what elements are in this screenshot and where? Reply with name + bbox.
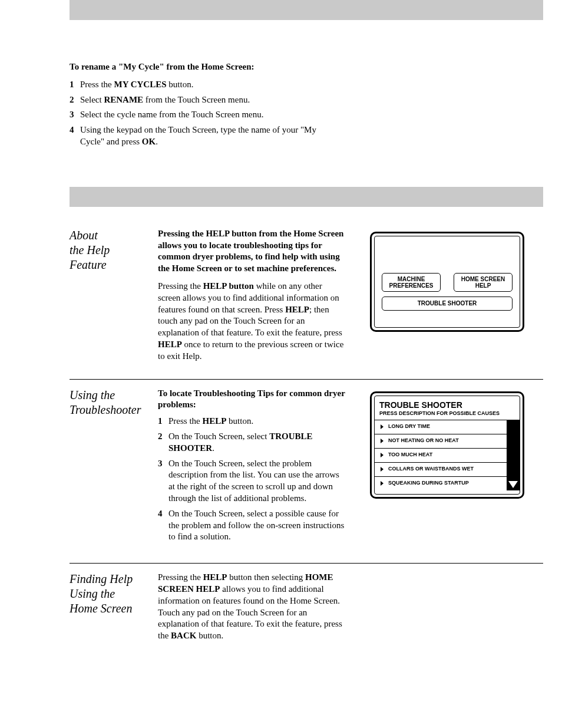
ts-item[interactable]: LONG DRY TIME <box>375 420 520 434</box>
trouble-shooter-screen: TROUBLE SHOOTER PRESS DESCRIPTION FOR PO… <box>370 391 524 499</box>
sidehead-using-ts: Using theTroubleshooter <box>70 388 158 547</box>
step-number: 3 <box>158 458 168 505</box>
step-body: On the Touch Screen, select TROUBLE SHOO… <box>168 431 346 454</box>
ts-list: LONG DRY TIME NOT HEATING OR NO HEAT TOO… <box>375 420 520 490</box>
caret-right-icon <box>381 439 384 443</box>
ts-item[interactable]: TOO MUCH HEAT <box>375 448 520 462</box>
step-number: 2 <box>70 94 80 106</box>
ts-item[interactable]: SQUEAKING DURING STARTUP <box>375 476 520 490</box>
finding-help-p: Pressing the HELP button then selecting … <box>158 572 346 642</box>
step-body: Press the MY CYCLES button. <box>80 79 335 91</box>
step-body: Using the keypad on the Touch Screen, ty… <box>80 124 335 148</box>
mid-gray-bar <box>70 187 543 207</box>
sidehead-finding-help: Finding HelpUsing theHome Screen <box>70 572 158 642</box>
ts-title: TROUBLE SHOOTER <box>375 400 520 410</box>
help-menu-screen: MACHINE PREFERENCES HOME SCREEN HELP TRO… <box>370 232 524 332</box>
about-help-p1: Pressing the HELP button from the Home S… <box>158 228 346 275</box>
step-body: On the Touch Screen, select the problem … <box>168 458 346 505</box>
sidehead-about-help: Aboutthe HelpFeature <box>70 228 158 363</box>
rename-heading: To rename a "My Cycle" from the Home Scr… <box>70 61 335 73</box>
about-help-p2: Pressing the HELP button while on any ot… <box>158 281 346 363</box>
rename-steps: 1Press the MY CYCLES button. 2Select REN… <box>70 79 335 148</box>
using-ts-heading: To locate Troubleshooting Tips for commo… <box>158 388 346 411</box>
step-number: 2 <box>158 431 168 454</box>
finding-help-row: Finding HelpUsing theHome Screen Pressin… <box>70 563 543 642</box>
caret-right-icon <box>381 467 384 472</box>
caret-right-icon <box>381 424 384 429</box>
step-number: 1 <box>158 416 168 427</box>
step-body: Press the HELP button. <box>168 416 346 427</box>
ts-item[interactable]: COLLARS OR WAISTBANDS WET <box>375 462 520 476</box>
using-ts-text: To locate Troubleshooting Tips for commo… <box>158 388 346 547</box>
step-number: 1 <box>70 79 80 91</box>
trouble-shooter-button[interactable]: TROUBLE SHOOTER <box>382 297 513 311</box>
scroll-down-icon[interactable] <box>508 481 518 488</box>
step-body: Select the cycle name from the Touch Scr… <box>80 109 335 121</box>
caret-right-icon <box>381 481 384 486</box>
step-number: 3 <box>70 109 80 121</box>
caret-right-icon <box>381 453 384 457</box>
using-ts-row: Using theTroubleshooter To locate Troubl… <box>70 379 543 547</box>
ts-item[interactable]: NOT HEATING OR NO HEAT <box>375 434 520 448</box>
step-number: 4 <box>70 124 80 148</box>
step-body: On the Touch Screen, select a possible c… <box>168 508 346 543</box>
step-number: 4 <box>158 508 168 543</box>
machine-preferences-button[interactable]: MACHINE PREFERENCES <box>382 273 441 292</box>
home-screen-help-button[interactable]: HOME SCREEN HELP <box>454 273 513 292</box>
rename-section: To rename a "My Cycle" from the Home Scr… <box>70 61 335 148</box>
step-body: Select RENAME from the Touch Screen menu… <box>80 94 335 106</box>
about-help-text: Pressing the HELP button from the Home S… <box>158 228 346 363</box>
using-ts-steps: 1Press the HELP button. 2On the Touch Sc… <box>158 416 346 543</box>
ts-subtitle: PRESS DESCRIPTION FOR POSSIBLE CAUSES <box>375 410 520 420</box>
finding-help-text: Pressing the HELP button then selecting … <box>158 572 346 642</box>
top-gray-bar <box>70 0 543 20</box>
about-help-row: Aboutthe HelpFeature Pressing the HELP b… <box>70 228 543 363</box>
